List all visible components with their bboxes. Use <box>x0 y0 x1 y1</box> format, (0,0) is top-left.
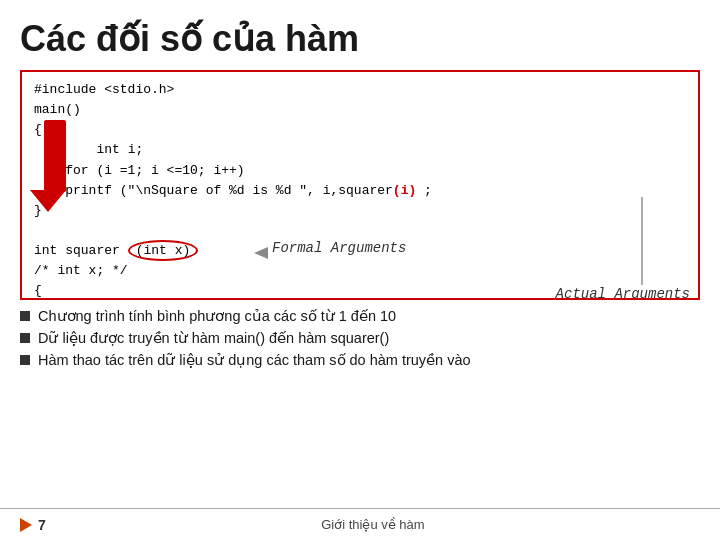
code-line: { <box>34 120 686 140</box>
page-number: 7 <box>38 517 46 533</box>
footer-center-text: Giới thiệu về hàm <box>46 517 700 532</box>
footer: 7 Giới thiệu về hàm <box>0 508 720 540</box>
code-line: #include <stdio.h> <box>34 80 686 100</box>
page-title: Các đối số của hàm <box>0 0 720 70</box>
bullet-icon-2 <box>20 333 30 343</box>
bullet-item-2: Dữ liệu được truyền từ hàm main() đến hà… <box>20 330 700 346</box>
bullet-item-1: Chương trình tính bình phương của các số… <box>20 308 700 324</box>
page-container: Các đối số của hàm #include <stdio.h> ma… <box>0 0 720 540</box>
formal-arrow-icon <box>254 247 268 259</box>
code-line: for (i =1; i <=10; i++) <box>34 161 686 181</box>
bullet-item-3: Hàm thao tác trên dữ liệu sử dụng các th… <box>20 352 700 368</box>
code-box: #include <stdio.h> main() { int i; for (… <box>20 70 700 300</box>
formal-args-label: Formal Arguments <box>272 240 406 256</box>
red-arrow-head <box>30 190 66 212</box>
code-line: } <box>34 201 686 221</box>
bullet-icon-1 <box>20 311 30 321</box>
code-content: #include <stdio.h> main() { int i; for (… <box>22 72 698 300</box>
code-line: printf ("\nSquare of %d is %d ", i,squar… <box>34 181 686 201</box>
bullet-section: Chương trình tính bình phương của các số… <box>0 300 720 378</box>
code-line: main() <box>34 100 686 120</box>
bullet-icon-3 <box>20 355 30 365</box>
code-line: /* int x; */ <box>34 261 686 281</box>
code-line: int i; <box>34 140 686 160</box>
actual-arrow-line <box>641 197 643 285</box>
actual-args-label: Actual Arguments <box>556 286 690 300</box>
play-icon <box>20 518 32 532</box>
red-arrow-body <box>44 120 66 192</box>
footer-left: 7 <box>20 517 46 533</box>
code-line <box>34 221 686 241</box>
